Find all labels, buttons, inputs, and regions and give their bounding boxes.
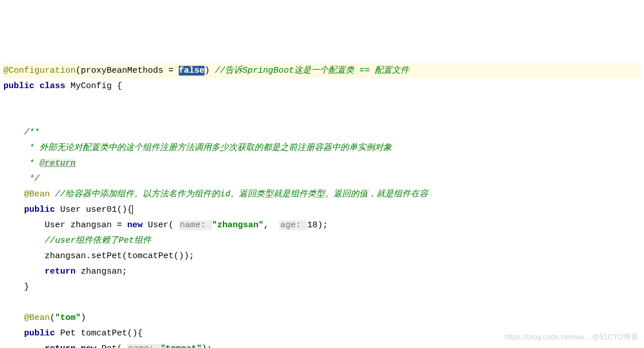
number-literal: 18); (307, 220, 328, 230)
javadoc-line: * (3, 159, 40, 168)
paren-open: ( (76, 66, 81, 76)
param-text: proxyBeanMethods = (81, 66, 179, 76)
highlighted-line: @Configuration(proxyBeanMethods = false)… (3, 63, 641, 78)
javadoc-line: */ (3, 174, 40, 184)
paren-close: ) (205, 66, 210, 76)
code-text: Pet( (101, 344, 127, 348)
code-text: User( (148, 220, 179, 230)
text-cursor (132, 205, 133, 215)
code-editor[interactable]: @Configuration(proxyBeanMethods = false)… (3, 63, 641, 348)
keyword-return: return (3, 267, 81, 276)
code-text: , (264, 220, 279, 230)
line-comment: //user组件依赖了Pet组件 (3, 236, 151, 246)
string-literal: "tom" (55, 313, 81, 323)
javadoc-return-tag: @return (40, 159, 76, 168)
code-text: ); (202, 344, 212, 348)
line-comment: //告诉SpringBoot这是一个配置类 == 配置文件 (210, 66, 409, 76)
method-sig: Pet tomcatPet(){ (60, 329, 143, 338)
keyword-public: public (3, 329, 60, 338)
param-hint-age: age: (279, 220, 307, 230)
line-comment: //给容器中添加组件。以方法名作为组件的id。返回类型就是组件类型。返回的值，就… (50, 189, 428, 199)
code-text: zhangsan.setPet(tomcatPet()); (3, 251, 194, 261)
javadoc-line: * 外部无论对配置类中的这个组件注册方法调用多少次获取的都是之前注册容器中的单实… (3, 143, 392, 153)
string-literal: "tomcat" (160, 344, 202, 348)
class-name: MyConfig { (70, 81, 122, 91)
code-text: zhangsan; (81, 267, 127, 276)
string-literal: "zhangsan" (212, 220, 264, 230)
keyword-new: new (127, 220, 148, 230)
keyword-return-new: return new (3, 344, 101, 348)
keyword-public: public (3, 205, 60, 215)
watermark-text: https://blog.csdn.net/wei…@51CTO博客 (505, 330, 638, 343)
annotation-bean: @Bean (3, 189, 50, 199)
annotation-configuration: @Configuration (3, 66, 76, 76)
code-text: User zhangsan = (3, 220, 127, 230)
selected-false-keyword: false (179, 66, 205, 76)
method-sig: User user01(){ (60, 205, 132, 215)
paren-close: ) (81, 313, 86, 323)
param-hint-name: name: (179, 220, 212, 230)
param-hint-name: name: (127, 344, 160, 348)
paren-open: ( (50, 313, 55, 323)
brace-close: } (3, 282, 29, 292)
annotation-bean: @Bean (3, 313, 50, 323)
keyword-public-class: public class (3, 81, 70, 91)
javadoc-line: /** (3, 128, 40, 137)
